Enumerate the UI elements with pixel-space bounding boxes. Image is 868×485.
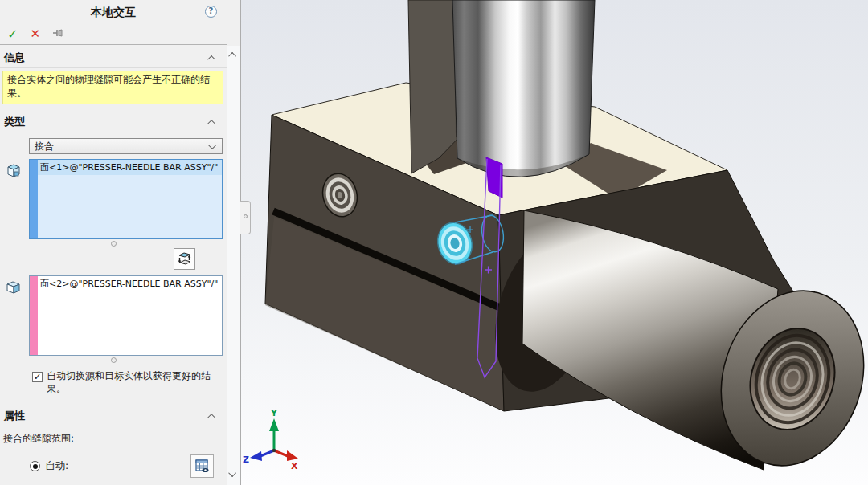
target-body-cube-icon — [5, 162, 22, 181]
triad-y-label: Y — [270, 408, 278, 418]
source-color-stripe — [30, 276, 38, 355]
collapse-icon[interactable] — [207, 120, 215, 128]
source-selection-box[interactable]: 面<2>@"PRESSER-NEEDLE BAR ASSY"/" — [29, 275, 223, 356]
scroll-down-icon[interactable] — [228, 469, 236, 477]
gap-auto-radio[interactable] — [30, 461, 40, 471]
panel-scrollbar[interactable] — [227, 46, 240, 485]
solidworks-window: 本地交互 ? ✓ ✕ 信息 接合实体之间的物理缝隙可能会产生 — [0, 0, 868, 485]
triad-z-label: Z — [243, 454, 249, 465]
cancel-button[interactable]: ✕ — [30, 28, 40, 40]
properties-section-header[interactable]: 属性 — [0, 403, 227, 426]
operation-dropdown[interactable]: 接合 — [29, 138, 223, 154]
resize-grip[interactable] — [111, 357, 117, 363]
target-color-stripe — [30, 160, 38, 238]
gap-report-button[interactable] — [190, 454, 214, 478]
operation-dropdown-value: 接合 — [35, 140, 54, 153]
auto-switch-row: ✓ 自动切换源和目标实体以获得更好的结果。 — [32, 369, 222, 395]
property-manager-panel: 本地交互 ? ✓ ✕ 信息 接合实体之间的物理缝隙可能会产生 — [0, 0, 241, 485]
source-selection-item[interactable]: 面<2>@"PRESSER-NEEDLE BAR ASSY"/" — [38, 276, 222, 291]
page-title: 本地交互 — [91, 6, 136, 18]
source-body-cube-icon — [5, 279, 22, 298]
pin-icon[interactable] — [52, 27, 65, 41]
chevron-down-icon — [208, 141, 216, 149]
target-selection-item[interactable]: 面<1>@"PRESSER-NEEDLE BAR ASSY"/" — [38, 160, 222, 175]
gap-range-label: 接合的缝隙范围: — [0, 426, 227, 446]
properties-header-label: 属性 — [4, 409, 25, 423]
target-selection-box[interactable]: 面<1>@"PRESSER-NEEDLE BAR ASSY"/" — [29, 159, 223, 239]
target-selection-block: 面<1>@"PRESSER-NEEDLE BAR ASSY"/" — [0, 159, 227, 239]
collapse-icon[interactable] — [207, 55, 215, 63]
panel-collapse-tab[interactable] — [240, 201, 251, 234]
triad-x-label: X — [291, 461, 298, 471]
info-header-label: 信息 — [4, 51, 25, 65]
type-section-header[interactable]: 类型 — [0, 109, 227, 132]
gap-auto-label: 自动: — [45, 459, 68, 473]
graphics-viewport[interactable]: Y Z X — [241, 0, 868, 485]
resize-grip[interactable] — [111, 241, 117, 247]
info-section-header[interactable]: 信息 — [0, 45, 227, 68]
help-icon[interactable]: ? — [205, 6, 217, 18]
gap-auto-row: 自动: — [30, 454, 227, 478]
swap-bodies-button[interactable] — [174, 248, 195, 270]
scroll-up-icon[interactable] — [228, 52, 236, 60]
auto-switch-checkbox[interactable]: ✓ — [32, 372, 43, 382]
panel-toolbar: ✓ ✕ — [0, 24, 227, 45]
info-message: 接合实体之间的物理缝隙可能会产生不正确的结果。 — [2, 71, 223, 104]
source-selection-block: 面<2>@"PRESSER-NEEDLE BAR ASSY"/" — [0, 275, 227, 356]
tab-grip-dot — [244, 214, 248, 218]
collapse-icon[interactable] — [207, 414, 215, 422]
type-header-label: 类型 — [4, 115, 25, 129]
auto-switch-label: 自动切换源和目标实体以获得更好的结果。 — [47, 369, 222, 395]
needle-bar-rod[interactable] — [452, 0, 595, 177]
ok-button[interactable]: ✓ — [7, 28, 18, 41]
swap-row — [0, 247, 227, 271]
panel-title-row: 本地交互 ? — [0, 0, 227, 24]
